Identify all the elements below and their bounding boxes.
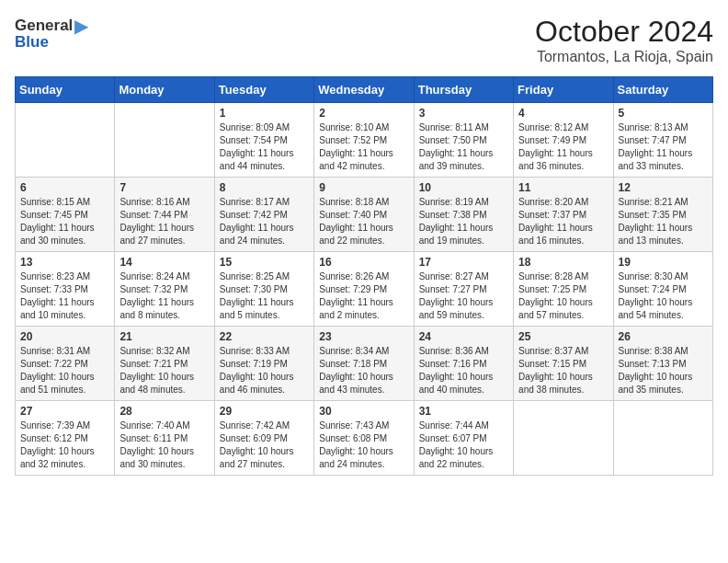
calendar-cell: 27 Sunrise: 7:39 AM Sunset: 6:12 PM Dayl… [16,401,115,476]
sunset-text: Sunset: 7:52 PM [319,135,387,145]
sunset-text: Sunset: 7:30 PM [220,284,288,294]
day-number: 14 [119,256,209,269]
sunset-text: Sunset: 6:11 PM [119,433,188,443]
cell-content: Sunrise: 8:25 AM Sunset: 7:30 PM Dayligh… [220,270,309,322]
cell-content: Sunrise: 8:24 AM Sunset: 7:32 PM Dayligh… [119,270,209,322]
calendar-week-row: 20 Sunrise: 8:31 AM Sunset: 7:22 PM Dayl… [16,327,713,401]
day-number: 20 [20,330,109,343]
sunrise-text: Sunrise: 8:13 AM [619,122,688,132]
day-number: 5 [619,107,708,120]
day-number: 27 [20,405,109,418]
day-number: 3 [419,107,508,120]
month-title: October 2024 [535,15,713,49]
sunrise-text: Sunrise: 8:09 AM [220,122,290,132]
sunrise-text: Sunrise: 8:32 AM [119,346,189,356]
calendar-week-row: 13 Sunrise: 8:23 AM Sunset: 7:33 PM Dayl… [16,252,713,327]
cell-content: Sunrise: 8:33 AM Sunset: 7:19 PM Dayligh… [220,345,309,396]
daylight-text: Daylight: 10 hours and 27 minutes. [220,446,294,469]
day-number: 22 [220,330,309,343]
sunrise-text: Sunrise: 8:24 AM [119,271,189,282]
day-number: 23 [319,330,408,343]
daylight-text: Daylight: 10 hours and 24 minutes. [319,446,393,469]
cell-content: Sunrise: 8:26 AM Sunset: 7:29 PM Dayligh… [319,270,408,322]
sunset-text: Sunset: 7:47 PM [619,135,687,145]
calendar-cell: 1 Sunrise: 8:09 AM Sunset: 7:54 PM Dayli… [214,103,313,178]
day-number: 25 [518,330,608,343]
calendar-cell [613,401,712,476]
cell-content: Sunrise: 8:17 AM Sunset: 7:42 PM Dayligh… [220,196,309,247]
calendar-cell [514,401,613,476]
daylight-text: Daylight: 10 hours and 32 minutes. [20,446,95,469]
day-number: 15 [220,256,309,269]
daylight-text: Daylight: 10 hours and 35 minutes. [619,372,693,395]
daylight-text: Daylight: 11 hours and 10 minutes. [20,297,95,320]
sunrise-text: Sunrise: 8:20 AM [518,197,588,207]
cell-content: Sunrise: 8:34 AM Sunset: 7:18 PM Dayligh… [319,345,408,396]
sunset-text: Sunset: 7:13 PM [619,359,687,369]
day-number: 6 [20,181,109,194]
calendar-cell: 5 Sunrise: 8:13 AM Sunset: 7:47 PM Dayli… [613,103,712,178]
day-number: 1 [220,107,309,120]
daylight-text: Daylight: 10 hours and 51 minutes. [20,372,95,395]
sunrise-text: Sunrise: 8:19 AM [419,197,489,207]
day-number: 21 [119,330,209,343]
daylight-text: Daylight: 11 hours and 5 minutes. [220,297,294,320]
calendar-cell: 22 Sunrise: 8:33 AM Sunset: 7:19 PM Dayl… [214,327,313,401]
day-number: 4 [518,107,608,120]
calendar-cell: 25 Sunrise: 8:37 AM Sunset: 7:15 PM Dayl… [514,327,613,401]
weekday-header: Sunday [16,77,115,103]
day-number: 16 [319,256,408,269]
sunset-text: Sunset: 7:27 PM [419,284,487,294]
day-number: 13 [20,256,109,269]
calendar-cell: 4 Sunrise: 8:12 AM Sunset: 7:49 PM Dayli… [514,103,613,178]
cell-content: Sunrise: 8:09 AM Sunset: 7:54 PM Dayligh… [220,121,309,173]
daylight-text: Daylight: 10 hours and 30 minutes. [119,446,194,469]
calendar-cell: 29 Sunrise: 7:42 AM Sunset: 6:09 PM Dayl… [214,401,313,476]
sunrise-text: Sunrise: 8:28 AM [518,271,588,282]
sunset-text: Sunset: 7:40 PM [319,210,387,220]
day-number: 10 [419,181,508,194]
calendar-cell: 15 Sunrise: 8:25 AM Sunset: 7:30 PM Dayl… [214,252,313,327]
calendar-cell: 28 Sunrise: 7:40 AM Sunset: 6:11 PM Dayl… [115,401,214,476]
day-number: 28 [119,405,209,418]
daylight-text: Daylight: 10 hours and 57 minutes. [518,297,593,320]
cell-content: Sunrise: 8:16 AM Sunset: 7:44 PM Dayligh… [119,196,209,247]
sunrise-text: Sunrise: 8:11 AM [419,122,489,132]
sunrise-text: Sunrise: 8:21 AM [619,197,688,207]
daylight-text: Daylight: 10 hours and 54 minutes. [619,297,693,320]
sunset-text: Sunset: 7:44 PM [119,210,188,220]
cell-content: Sunrise: 7:42 AM Sunset: 6:09 PM Dayligh… [220,419,309,471]
sunrise-text: Sunrise: 7:43 AM [319,420,389,431]
sunrise-text: Sunrise: 8:15 AM [20,197,90,207]
sunrise-text: Sunrise: 7:39 AM [20,420,90,431]
calendar-cell: 17 Sunrise: 8:27 AM Sunset: 7:27 PM Dayl… [414,252,513,327]
day-number: 7 [119,181,209,194]
calendar-cell: 16 Sunrise: 8:26 AM Sunset: 7:29 PM Dayl… [314,252,414,327]
cell-content: Sunrise: 8:30 AM Sunset: 7:24 PM Dayligh… [619,270,708,322]
sunrise-text: Sunrise: 8:27 AM [419,271,489,282]
daylight-text: Daylight: 11 hours and 19 minutes. [419,223,494,246]
calendar-cell: 3 Sunrise: 8:11 AM Sunset: 7:50 PM Dayli… [414,103,513,178]
sunset-text: Sunset: 7:50 PM [419,135,487,145]
calendar-cell: 8 Sunrise: 8:17 AM Sunset: 7:42 PM Dayli… [214,178,313,252]
sunset-text: Sunset: 7:33 PM [20,284,88,294]
cell-content: Sunrise: 8:18 AM Sunset: 7:40 PM Dayligh… [319,196,408,247]
logo-blue-text: Blue [15,33,49,52]
sunset-text: Sunset: 6:08 PM [319,433,387,443]
day-number: 12 [619,181,708,194]
calendar-cell: 30 Sunrise: 7:43 AM Sunset: 6:08 PM Dayl… [314,401,414,476]
cell-content: Sunrise: 8:23 AM Sunset: 7:33 PM Dayligh… [20,270,109,322]
calendar-cell: 11 Sunrise: 8:20 AM Sunset: 7:37 PM Dayl… [514,178,613,252]
sunset-text: Sunset: 7:25 PM [518,284,586,294]
daylight-text: Daylight: 11 hours and 36 minutes. [518,148,593,171]
cell-content: Sunrise: 8:15 AM Sunset: 7:45 PM Dayligh… [20,196,109,247]
daylight-text: Daylight: 10 hours and 46 minutes. [220,372,294,395]
calendar-cell: 2 Sunrise: 8:10 AM Sunset: 7:52 PM Dayli… [314,103,414,178]
logo-general-text: General [15,17,73,35]
sunset-text: Sunset: 6:12 PM [20,433,88,443]
calendar-cell: 19 Sunrise: 8:30 AM Sunset: 7:24 PM Dayl… [613,252,712,327]
day-number: 26 [619,330,708,343]
sunrise-text: Sunrise: 8:25 AM [220,271,290,282]
weekday-header: Tuesday [214,77,313,103]
calendar-cell: 31 Sunrise: 7:44 AM Sunset: 6:07 PM Dayl… [414,401,513,476]
